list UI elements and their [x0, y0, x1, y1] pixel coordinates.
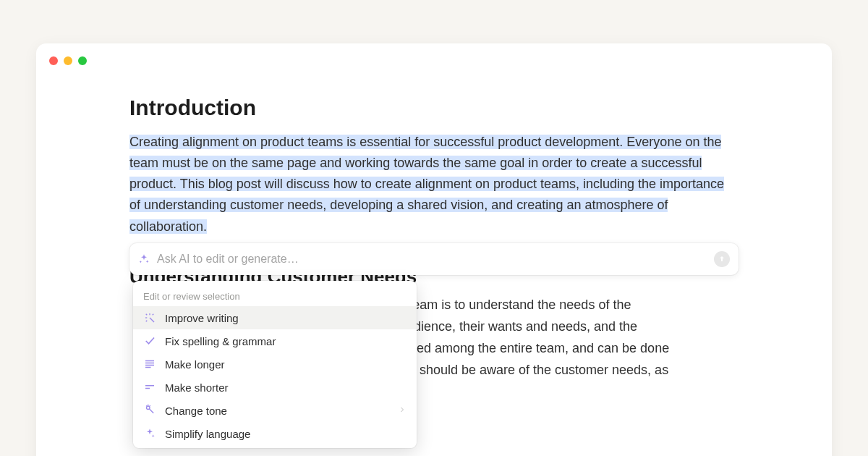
menu-item-improve-writing[interactable]: Improve writing [133, 306, 417, 329]
ai-actions-menu: Edit or review selection Improve writing… [133, 281, 417, 448]
lines-long-icon [143, 358, 156, 371]
send-button[interactable] [714, 251, 730, 267]
menu-item-label: Improve writing [165, 312, 407, 324]
menu-item-label: Make shorter [165, 381, 407, 394]
menu-section-label: Edit or review selection [133, 285, 417, 306]
lines-short-icon [143, 381, 156, 394]
svg-line-13 [149, 409, 153, 413]
menu-item-label: Change tone [165, 405, 389, 417]
menu-item-label: Fix spelling & grammar [165, 335, 407, 347]
selected-text: Creating alignment on product teams is e… [129, 135, 724, 234]
menu-item-make-shorter[interactable]: Make shorter [133, 376, 417, 399]
close-window-button[interactable] [49, 56, 58, 65]
wand-icon [143, 311, 156, 324]
menu-item-label: Simplify language [165, 428, 407, 440]
menu-item-make-longer[interactable]: Make longer [133, 352, 417, 376]
menu-item-fix-spelling[interactable]: Fix spelling & grammar [133, 329, 417, 352]
minimize-window-button[interactable] [64, 56, 72, 65]
app-window: Introduction Creating alignment on produ… [36, 43, 832, 456]
menu-item-change-tone[interactable]: Change tone [133, 399, 417, 422]
document-body: Introduction Creating alignment on produ… [129, 96, 739, 237]
svg-line-4 [146, 314, 148, 316]
sparkle-icon [143, 427, 156, 440]
svg-line-0 [150, 318, 154, 322]
doc-paragraph[interactable]: Creating alignment on product teams is e… [129, 132, 739, 237]
maximize-window-button[interactable] [78, 56, 87, 65]
chevron-right-icon [398, 405, 407, 416]
svg-line-3 [153, 314, 154, 316]
menu-item-simplify-language[interactable]: Simplify language [133, 422, 417, 445]
ai-prompt-input[interactable] [157, 253, 714, 266]
check-icon [143, 334, 156, 347]
window-controls [49, 56, 87, 65]
menu-item-label: Make longer [165, 358, 407, 371]
sparkle-icon [138, 253, 150, 265]
microphone-icon [143, 404, 156, 417]
svg-line-5 [146, 321, 148, 322]
ai-prompt-bar[interactable] [129, 243, 739, 275]
doc-heading: Introduction [129, 96, 739, 120]
